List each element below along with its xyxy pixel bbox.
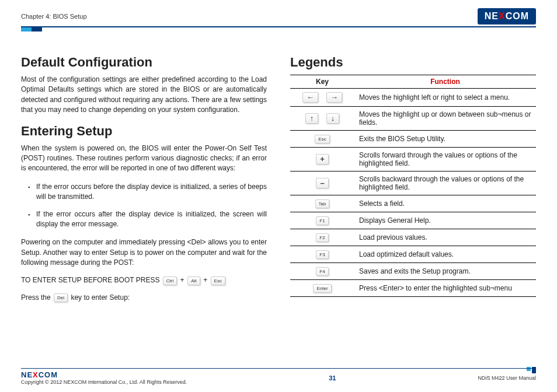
key-cell: ↑↓ xyxy=(290,107,354,131)
function-cell: Saves and exits the Setup program. xyxy=(354,263,536,280)
function-cell: Scrolls backward through the values or o… xyxy=(354,172,536,195)
function-cell: Load optimized default values. xyxy=(354,246,536,263)
table-row: F2Load previous values. xyxy=(290,229,536,246)
content-columns: Default Configuration Most of the config… xyxy=(21,55,536,310)
keycap: F3 xyxy=(316,250,329,259)
keycap: → xyxy=(326,92,342,103)
function-cell: Exits the BIOS Setup Utility. xyxy=(354,131,536,148)
brand-logo-small: NEXCOM xyxy=(21,370,58,379)
key-cell: + xyxy=(290,148,354,172)
legends-table: Key Function ←→Moves the highlight left … xyxy=(290,75,536,297)
function-cell: Moves the highlight up or down between s… xyxy=(354,107,536,131)
key-cell: Enter xyxy=(290,280,354,297)
key-cell: ←→ xyxy=(290,89,354,107)
key-cell: F4 xyxy=(290,263,354,280)
table-row: ↑↓Moves the highlight up or down between… xyxy=(290,107,536,131)
keycap: ← xyxy=(302,92,318,103)
keycap: – xyxy=(316,178,329,188)
function-cell: Displays General Help. xyxy=(354,212,536,229)
key-ctrl: Ctrl xyxy=(163,276,177,285)
keycap: F4 xyxy=(316,267,329,276)
right-column: Legends Key Function ←→Moves the highlig… xyxy=(290,55,536,310)
setup-key-sequence: TO ENTER SETUP BEFORE BOOT PRESS Ctrl + … xyxy=(21,276,267,285)
key-cell: Tab xyxy=(290,195,354,212)
table-row: EscExits the BIOS Setup Utility. xyxy=(290,131,536,148)
keycap: ↑ xyxy=(305,113,318,124)
footer-left: NEXCOM Copyright © 2012 NEXCOM Internati… xyxy=(21,370,187,385)
key-esc: Esc xyxy=(211,276,225,285)
table-row: F3Load optimized default values. xyxy=(290,246,536,263)
table-row: F1Displays General Help. xyxy=(290,212,536,229)
table-row: F4Saves and exits the Setup program. xyxy=(290,263,536,280)
table-row: ←→Moves the highlight left or right to s… xyxy=(290,89,536,107)
function-cell: Selects a field. xyxy=(354,195,536,212)
press-del-line: Press the Del key to enter Setup: xyxy=(21,293,267,302)
brand-logo: NEXCOM xyxy=(478,8,536,24)
key-cell: F1 xyxy=(290,212,354,229)
keycap: + xyxy=(316,154,329,164)
function-cell: Moves the highlight left or right to sel… xyxy=(354,89,536,107)
manual-name: NDiS M422 User Manual xyxy=(478,375,536,381)
key-cell: – xyxy=(290,172,354,195)
table-row: TabSelects a field. xyxy=(290,195,536,212)
page-number: 31 xyxy=(187,374,478,382)
keycap: ↓ xyxy=(326,113,339,124)
accent-bar xyxy=(21,27,536,32)
function-cell: Scrolls forward through the values or op… xyxy=(354,148,536,172)
list-item: If the error occurs after the display de… xyxy=(28,209,267,230)
key-cell: Esc xyxy=(290,131,354,148)
table-row: +Scrolls forward through the values or o… xyxy=(290,148,536,172)
function-cell: Press <Enter> to enter the highlighted s… xyxy=(354,280,536,297)
key-del: Del xyxy=(54,293,68,302)
page-header: Chapter 4: BIOS Setup NEXCOM xyxy=(21,8,536,27)
list-item: If the error occurs before the display d… xyxy=(28,182,267,202)
table-row: –Scrolls backward through the values or … xyxy=(290,172,536,195)
key-alt: Alt xyxy=(187,276,200,285)
keycap: Enter xyxy=(313,284,331,293)
chapter-label: Chapter 4: BIOS Setup xyxy=(21,13,87,20)
key-cell: F2 xyxy=(290,229,354,246)
para-default-config: Most of the configuration settings are e… xyxy=(21,75,267,116)
copyright-text: Copyright © 2012 NEXCOM International Co… xyxy=(21,379,187,385)
keycap: F1 xyxy=(316,216,329,225)
heading-default-config: Default Configuration xyxy=(21,55,267,70)
function-cell: Load previous values. xyxy=(354,229,536,246)
para-entering-setup: When the system is powered on, the BIOS … xyxy=(21,144,267,174)
keycap: Tab xyxy=(315,200,330,208)
para-powering-on: Powering on the computer and immediately… xyxy=(21,237,267,268)
heading-entering-setup: Entering Setup xyxy=(21,124,267,139)
keycap: Esc xyxy=(315,135,329,144)
key-cell: F3 xyxy=(290,246,354,263)
page-footer: NEXCOM Copyright © 2012 NEXCOM Internati… xyxy=(21,368,536,385)
table-row: EnterPress <Enter> to enter the highligh… xyxy=(290,280,536,297)
th-function: Function xyxy=(354,75,536,89)
th-key: Key xyxy=(290,75,354,89)
keycap: F2 xyxy=(316,233,329,242)
error-list: If the error occurs before the display d… xyxy=(28,182,267,230)
left-column: Default Configuration Most of the config… xyxy=(21,55,267,310)
heading-legends: Legends xyxy=(290,55,536,70)
